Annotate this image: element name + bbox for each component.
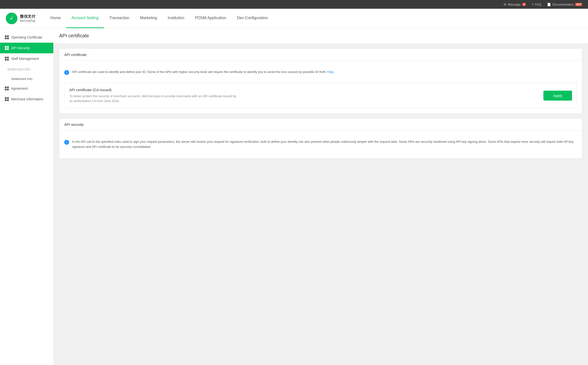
sidebar-label-merchant-information: Merchant Information — [11, 97, 43, 101]
sidebar-label-agreement: Agreement — [11, 87, 28, 90]
nav-account-setting[interactable]: Account Setting — [66, 9, 104, 28]
cert-box: API certificate (CA issued) To better pr… — [64, 83, 577, 108]
sidebar-item-settlement-info[interactable]: Settlement Info — [0, 75, 53, 83]
message-badge: 2 — [522, 3, 526, 6]
sidebar-item-api-security[interactable]: API Security — [0, 43, 53, 53]
cert-info: API certificate (CA issued) To better pr… — [69, 88, 239, 103]
info-icon: i — [64, 70, 69, 75]
sidebar-group-settlement: Settlement Info — [0, 64, 53, 75]
grid-icon — [5, 97, 9, 101]
nav-marketing[interactable]: Marketing — [135, 9, 162, 28]
doc-icon: 📄 — [547, 3, 551, 6]
api-certificate-card-body: i API certificate are used to identify a… — [59, 61, 582, 113]
api-certificate-card: API certificate i API certificate are us… — [59, 48, 582, 113]
nav-institution[interactable]: Institution — [162, 9, 190, 28]
logo-en: WeChatPay — [20, 19, 35, 23]
message-label: Message — [508, 3, 521, 6]
sidebar: Operating Certificate API Security Staff… — [0, 28, 53, 365]
sidebar-item-agreement[interactable]: Agreement — [0, 83, 53, 94]
api-security-card-body: i In the API call to the specified rules… — [59, 131, 582, 158]
grid-icon — [5, 87, 9, 90]
sidebar-item-operating-certificate[interactable]: Operating Certificate — [0, 32, 53, 43]
help-link[interactable]: Help — [327, 70, 334, 74]
sidebar-item-merchant-information[interactable]: Merchant Information — [0, 94, 53, 104]
api-security-info: i In the API call to the specified rules… — [64, 135, 577, 153]
sidebar-label-api-security: API Security — [11, 46, 30, 50]
grid-icon — [5, 46, 9, 50]
nav-posm[interactable]: POSM Application — [190, 9, 232, 28]
logo: ✓ 微信支付 WeChatPay — [6, 13, 35, 24]
api-certificate-card-header: API certificate — [59, 49, 582, 61]
documentation-link[interactable]: 📄 Documentation HOT — [547, 3, 582, 6]
page-title: API certificate — [53, 28, 588, 44]
info-icon-2: i — [64, 140, 69, 145]
nav-dev-config[interactable]: Dev Configuration — [231, 9, 273, 28]
grid-icon — [5, 57, 9, 61]
faq-label: FAQ — [535, 3, 541, 6]
api-certificate-info-text: API certificate are used to identify and… — [72, 70, 334, 75]
logo-text: 微信支付 WeChatPay — [20, 14, 35, 23]
api-security-card-header: API security — [59, 119, 582, 131]
grid-icon — [5, 35, 9, 39]
sidebar-label-operating-certificate: Operating Certificate — [11, 35, 42, 39]
logo-icon: ✓ — [6, 13, 17, 24]
sidebar-label-settlement-group: Settlement Info — [7, 67, 30, 71]
sidebar-label-staff-management: Staff Management — [11, 57, 39, 61]
hot-badge: HOT — [575, 3, 582, 6]
message-link[interactable]: ✉ Message 2 — [504, 3, 526, 6]
faq-link[interactable]: ? FAQ — [532, 3, 541, 6]
main-nav: Home Account Setting Transaction Marketi… — [45, 9, 273, 28]
logo-cn: 微信支付 — [20, 14, 35, 19]
apply-button[interactable]: Apply — [543, 91, 572, 101]
nav-home[interactable]: Home — [45, 9, 66, 28]
top-bar: ✉ Message 2 ? FAQ 📄 Documentation HOT — [0, 0, 588, 9]
cert-title: API certificate (CA issued) — [69, 88, 239, 92]
sidebar-item-staff-management[interactable]: Staff Management — [0, 53, 53, 64]
doc-label: Documentation — [552, 3, 573, 6]
sidebar-label-settlement-sub: Settlement Info — [11, 77, 32, 81]
api-certificate-info: i API certificate are used to identify a… — [64, 66, 577, 79]
nav-transaction[interactable]: Transaction — [104, 9, 135, 28]
header: ✓ 微信支付 WeChatPay Home Account Setting Tr… — [0, 9, 588, 28]
cert-description: To better protect the security of mercha… — [69, 94, 239, 103]
main-content: API certificate API certificate i API ce… — [53, 28, 588, 365]
main-layout: Operating Certificate API Security Staff… — [0, 28, 588, 365]
message-icon: ✉ — [504, 3, 506, 6]
api-security-card: API security i In the API call to the sp… — [59, 118, 582, 159]
faq-icon: ? — [532, 3, 533, 6]
api-security-info-text: In the API call to the specified rules u… — [72, 139, 577, 150]
